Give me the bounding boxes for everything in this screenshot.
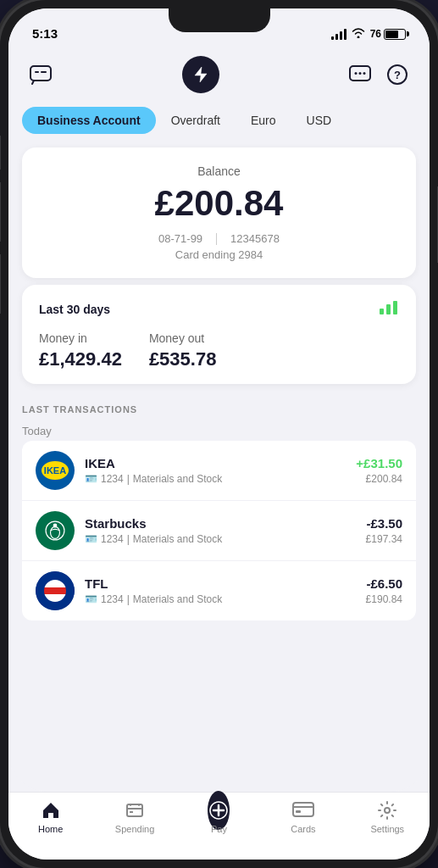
card-icon: 🪪 — [85, 593, 97, 605]
home-label: Home — [38, 824, 63, 834]
card-icon: 🪪 — [85, 533, 97, 545]
balance-label: Balance — [42, 164, 396, 178]
tfl-card-ref: 1234 — [101, 593, 124, 605]
starbucks-info: Starbucks 🪪 1234 | Materials and Stock — [85, 516, 366, 545]
money-in-label: Money in — [39, 331, 122, 345]
svg-rect-11 — [393, 301, 397, 314]
list-item[interactable]: ★ Starbucks 🪪 1234 | — [22, 501, 416, 561]
settings-icon — [376, 799, 398, 821]
nav-spending[interactable]: Spending — [109, 799, 160, 834]
app-logo — [182, 56, 219, 93]
pay-label: Pay — [211, 824, 227, 834]
svg-point-19 — [53, 523, 58, 527]
money-out-label: Money out — [149, 331, 217, 345]
notch — [169, 8, 270, 32]
tfl-balance: £190.84 — [366, 593, 402, 605]
chat-button[interactable] — [25, 59, 56, 90]
spending-icon — [124, 799, 146, 821]
balance-details: 08-71-99 12345678 — [42, 232, 396, 245]
help-button[interactable]: ? — [382, 59, 413, 90]
spending-label: Spending — [115, 824, 155, 834]
card-number: Card ending 2984 — [42, 248, 396, 261]
tfl-amount: -£6.50 — [366, 576, 402, 591]
transaction-list: IKEA IKEA 🪪 1234 | Materials and Stock — [22, 441, 416, 620]
list-item[interactable]: IKEA IKEA 🪪 1234 | Materials and Stock — [22, 441, 416, 501]
header: ? — [8, 46, 430, 100]
ikea-info: IKEA 🪪 1234 | Materials and Stock — [85, 456, 356, 485]
ikea-category: Materials and Stock — [133, 473, 222, 485]
svg-point-4 — [355, 72, 358, 75]
money-in-value: £1,429.42 — [39, 348, 122, 370]
settings-label: Settings — [370, 824, 404, 834]
tab-business-account[interactable]: Business Account — [22, 107, 156, 134]
tfl-right: -£6.50 £190.84 — [366, 576, 402, 605]
stats-header: Last 30 days — [39, 298, 399, 320]
stats-card: Last 30 days Money in £1,429.42 — [22, 285, 416, 384]
transactions-section: LAST TRANSACTIONS Today IKEA — [8, 391, 430, 634]
tfl-logo — [36, 571, 75, 610]
stats-row: Money in £1,429.42 Money out £535.78 — [39, 331, 399, 370]
ikea-sub: 🪪 1234 | Materials and Stock — [85, 473, 356, 485]
battery-icon — [384, 29, 406, 40]
bottom-nav: Home Spending — [8, 792, 430, 860]
svg-rect-28 — [138, 804, 140, 806]
list-item[interactable]: TFL 🪪 1234 | Materials and Stock -£6.50 … — [22, 561, 416, 620]
starbucks-category: Materials and Stock — [133, 533, 222, 545]
money-out-value: £535.78 — [149, 348, 217, 370]
svg-rect-30 — [293, 803, 313, 816]
svg-rect-26 — [130, 811, 133, 813]
tfl-sub: 🪪 1234 | Materials and Stock — [85, 593, 366, 605]
svg-rect-32 — [296, 810, 301, 813]
nav-home[interactable]: Home — [25, 799, 76, 834]
phone-frame: 5:13 76 — [0, 0, 438, 868]
tab-usd[interactable]: USD — [291, 107, 347, 134]
starbucks-name: Starbucks — [85, 516, 366, 531]
svg-rect-0 — [30, 66, 51, 81]
cards-label: Cards — [291, 824, 315, 834]
sort-code: 08-71-99 — [158, 232, 202, 245]
svg-text:IKEA: IKEA — [44, 465, 66, 476]
ikea-amount: +£31.50 — [356, 456, 402, 470]
battery-container: 76 — [370, 28, 406, 40]
card-icon: 🪪 — [85, 473, 97, 485]
pay-icon — [208, 799, 230, 821]
svg-rect-10 — [386, 304, 391, 314]
more-button[interactable] — [345, 59, 375, 90]
ikea-card-ref: 1234 — [101, 473, 124, 485]
nav-cards[interactable]: Cards — [278, 799, 329, 834]
account-number: 12345678 — [230, 232, 280, 245]
starbucks-balance: £197.34 — [366, 533, 402, 545]
battery-percentage: 76 — [370, 28, 381, 40]
svg-rect-27 — [130, 804, 131, 806]
nav-pay[interactable]: Pay — [193, 799, 244, 834]
tfl-info: TFL 🪪 1234 | Materials and Stock — [85, 576, 366, 605]
tfl-category: Materials and Stock — [133, 593, 222, 605]
status-time: 5:13 — [32, 26, 58, 41]
svg-point-5 — [359, 72, 362, 75]
tab-overdraft[interactable]: Overdraft — [156, 107, 236, 134]
money-in-stat: Money in £1,429.42 — [39, 331, 122, 370]
phone-screen: 5:13 76 — [8, 8, 430, 860]
svg-point-6 — [363, 72, 366, 75]
ikea-name: IKEA — [85, 456, 356, 470]
chart-icon[interactable] — [379, 298, 399, 320]
starbucks-right: -£3.50 £197.34 — [366, 516, 402, 545]
balance-card: Balance £200.84 08-71-99 12345678 Card e… — [22, 147, 416, 278]
starbucks-logo: ★ — [36, 511, 75, 550]
svg-text:?: ? — [394, 69, 401, 81]
cards-icon — [292, 799, 314, 821]
account-tabs: Business Account Overdraft Euro USD — [8, 100, 430, 141]
svg-rect-9 — [380, 309, 384, 314]
status-icons: 76 — [331, 27, 406, 41]
starbucks-amount: -£3.50 — [366, 516, 402, 531]
nav-settings[interactable]: Settings — [362, 799, 413, 834]
svg-rect-1 — [35, 71, 39, 73]
transactions-day: Today — [22, 421, 416, 437]
ikea-balance: £200.84 — [356, 473, 402, 485]
wifi-icon — [352, 27, 365, 41]
svg-point-15 — [40, 515, 70, 546]
stats-period: Last 30 days — [39, 303, 110, 316]
svg-point-33 — [385, 808, 390, 813]
ikea-right: +£31.50 £200.84 — [356, 456, 402, 485]
tab-euro[interactable]: Euro — [236, 107, 291, 134]
